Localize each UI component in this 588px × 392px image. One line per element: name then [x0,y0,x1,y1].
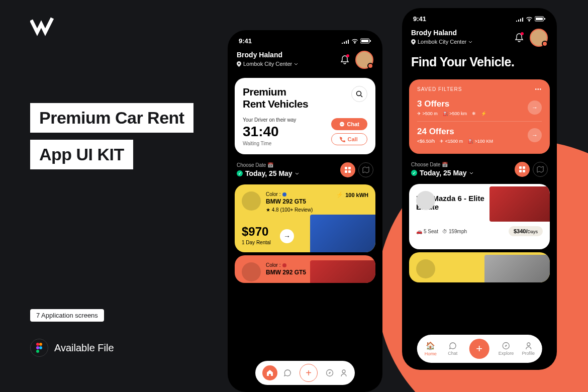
nav-profile[interactable]: Profile [521,342,536,356]
call-button[interactable]: Call [331,133,367,145]
status-icons [516,16,546,22]
user-block[interactable]: Brody Haland Lombok City Center [237,51,298,67]
svg-point-0 [36,343,39,346]
map-view-button[interactable] [533,162,548,177]
svg-point-8 [357,91,361,96]
home-icon [266,369,273,376]
date-label: Choose Date 📅 [237,162,299,168]
grid-view-button[interactable] [340,162,355,177]
nav-profile[interactable] [340,369,348,377]
nav-explore[interactable]: Explore [499,342,514,356]
offer-tags: <$6.50/h ✈ <1500 m ⛽ >100 KM [417,139,528,144]
nav-explore[interactable] [326,369,334,377]
avatar[interactable] [530,29,548,47]
offer-row-2[interactable]: 24 Offers <$6.50/h ✈ <1500 m ⛽ >100 KM → [417,124,542,147]
promo-title: Premium Car Rent App UI KIT [30,103,193,176]
car-card-1[interactable]: Color : BMW 292 GT5 ★ 4.8 (100+ Review) … [235,184,375,252]
nav-add-button[interactable]: + [300,364,318,382]
map-icon [362,166,369,173]
waiting-label: Waiting Time [243,141,331,146]
username: Brody Haland [411,29,472,37]
check-icon: ✓ [237,170,243,176]
header: Brody Haland Lombok City Center [228,49,382,75]
bottom-nav: 🏠 Home Chat + Explore Profile [417,335,542,363]
offer-tags: ✈ >500 m ⛽ >500 km ❄ ⚡ [417,111,528,116]
svg-rect-14 [348,167,351,169]
date-value[interactable]: ✓ Today, 25 May [237,169,299,177]
svg-point-4 [36,350,39,353]
wait-timer: 31:40 [243,124,331,140]
grid-icon [344,166,351,173]
header: Brody Haland Lombok City Center [402,27,557,53]
saved-filters-card: SAVED FILTERS ••• 3 Offers ✈ >500 m ⛽ >5… [409,79,550,154]
car-thumb [242,191,261,211]
car-card-2[interactable]: Color : BMW 292 GT5 ⚡ 100 kWH [235,255,375,283]
seats: 🚗 5 Seat [416,229,438,234]
bottom-nav: + [255,361,355,385]
calendar-icon: 📅 [267,162,273,168]
car-card-white[interactable]: Red Mazda 6 - Elite Estate 🚗 5 Seat ⏱ 15… [409,184,550,249]
svg-point-18 [342,370,345,373]
arrow-button[interactable]: → [528,101,542,115]
nav-home[interactable]: 🏠 Home [423,341,438,356]
status-bar: 9:41 [402,8,557,27]
car-card-partial[interactable] [409,252,550,282]
search-icon [356,90,363,97]
screens-badge: 7 Application screens [30,309,104,322]
color-dot [282,192,286,197]
figma-icon [30,339,48,357]
chevron-down-icon [294,63,298,65]
location[interactable]: Lombok City Center [411,39,472,45]
premium-card: Premium Rent Vehicles Your Driver on the… [235,78,375,154]
person-icon [340,369,348,377]
date-value[interactable]: ✓ Today, 25 May [411,169,473,177]
svg-point-10 [340,124,341,125]
svg-rect-6 [361,40,368,42]
user-block[interactable]: Brody Haland Lombok City Center [411,29,472,45]
car-image [310,215,375,252]
location[interactable]: Lombok City Center [237,61,298,67]
notifications-button[interactable] [514,32,525,43]
wifi-icon [351,39,358,44]
svg-rect-7 [370,40,371,42]
car-name: BMW 292 GT5 [266,198,368,205]
title-line-2: App UI KIT [30,140,133,169]
avatar[interactable] [355,51,373,69]
svg-point-12 [342,124,343,125]
more-button[interactable]: ••• [535,86,542,92]
car-image [489,186,550,222]
nav-chat[interactable] [283,369,291,377]
phone-icon [340,137,345,142]
nav-chat[interactable]: Chat [445,342,460,356]
notifications-button[interactable] [339,54,350,65]
avatar-badge [367,63,373,69]
offer-count: 3 Offers [417,99,528,109]
nav-home[interactable] [262,365,277,380]
svg-rect-24 [519,170,522,172]
search-button[interactable] [351,86,367,102]
map-view-button[interactable] [358,162,373,177]
date-label: Choose Date 📅 [411,162,473,167]
car-thumb [416,191,435,210]
date-row: Choose Date 📅 ✓ Today, 25 May [402,157,557,181]
grid-view-button[interactable] [515,162,530,177]
svg-point-27 [527,343,530,346]
driver-status: Your Driver on their way [243,117,331,123]
chat-icon [339,122,345,127]
svg-rect-22 [519,166,522,169]
card-title: Premium Rent Vehicles [243,86,308,110]
person-icon [524,342,532,350]
compass-icon [502,342,510,350]
chevron-down-icon [295,172,299,175]
signal-icon [341,39,349,44]
offer-row-1[interactable]: 3 Offers ✈ >500 m ⛽ >500 km ❄ ⚡ → [417,96,542,119]
car-image [310,260,375,283]
arrow-button[interactable]: → [528,128,542,142]
pin-icon [237,61,241,67]
svg-rect-23 [523,166,525,169]
chat-button[interactable]: Chat [331,118,367,130]
phone-screen-2: 9:41 Brody Haland Lombok City Center Fin… [402,8,557,370]
nav-add-button[interactable]: + [469,339,489,359]
filters-label: SAVED FILTERS [417,86,462,92]
phone-screen-1: 9:41 Brody Haland Lombok City Center [228,30,382,392]
